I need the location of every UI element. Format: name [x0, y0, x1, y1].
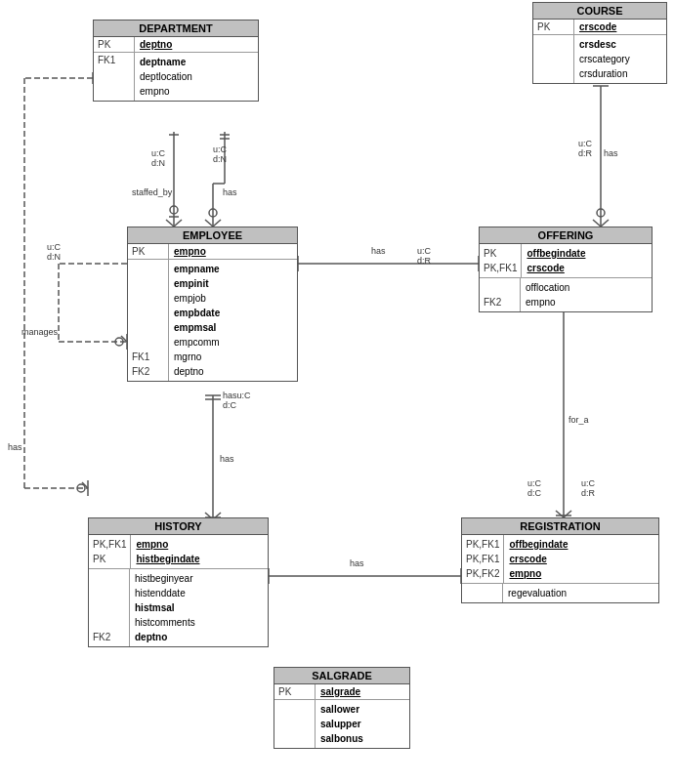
- history-attrs: histbeginyear histenddate histmsal histc…: [130, 569, 200, 646]
- svg-line-9: [205, 220, 213, 227]
- svg-point-51: [77, 484, 85, 492]
- off-fk2-label: FK2: [484, 295, 516, 309]
- dept-attr-empno: empno: [140, 84, 192, 99]
- salgrade-pk-label: PK: [274, 684, 316, 699]
- offering-attrs: offlocation empno: [521, 278, 574, 311]
- svg-point-45: [115, 338, 123, 346]
- salgrade-pk-attr: salgrade: [316, 684, 365, 699]
- hist-attr-histenddate: histenddate: [135, 586, 195, 600]
- reg-empty-label: [462, 584, 503, 602]
- employee-fk1c-label: [132, 291, 164, 306]
- card-off-reg-right: u:Cd:R: [581, 478, 595, 498]
- off-attr-empno: empno: [526, 295, 569, 309]
- offering-pk-attrs: offbegindate crscode: [522, 244, 590, 277]
- employee-entity: EMPLOYEE PK empno FK1 FK2 empname empini…: [127, 227, 298, 382]
- off-pk-label1: PK: [484, 246, 517, 261]
- sal-attr-salbonus: salbonus: [320, 731, 363, 746]
- employee-fk1f-label: [132, 335, 164, 350]
- svg-line-50: [82, 482, 88, 488]
- sal-attr-sallower: sallower: [320, 702, 363, 717]
- emp-attr-empname: empname: [174, 262, 220, 276]
- department-entity: DEPARTMENT PK deptno FK1 deptname deptlo…: [93, 20, 259, 102]
- salgrade-entity: SALGRADE PK salgrade sallower salupper s…: [274, 667, 410, 749]
- svg-point-38: [597, 209, 605, 217]
- hist-empty4: [93, 615, 125, 630]
- hist-attr-histbeginyear: histbeginyear: [135, 571, 195, 586]
- card-course-off: u:Cd:R: [578, 139, 592, 158]
- hist-empty3: [93, 600, 125, 615]
- hist-empty1: [93, 571, 125, 586]
- salgrade-pk-value: salgrade: [320, 686, 360, 697]
- employee-title: EMPLOYEE: [128, 227, 297, 244]
- course-empty-label: [533, 35, 574, 83]
- offering-pk-labels: PK PK,FK1: [480, 244, 522, 277]
- offering-fk-label: FK2: [480, 278, 521, 311]
- label-staffed-by: staffed_by: [132, 187, 172, 197]
- employee-fk1b-label: [132, 276, 164, 291]
- emp-attr-empcomm: empcomm: [174, 335, 220, 350]
- emp-attr-empbdate: empbdate: [174, 306, 220, 320]
- department-title: DEPARTMENT: [94, 21, 258, 37]
- history-entity: HISTORY PK,FK1 PK empno histbegindate FK…: [88, 517, 269, 647]
- svg-line-10: [213, 220, 221, 227]
- reg-pk-fk2-label: PK,FK2: [466, 566, 499, 581]
- card-emp-hist: hasu:Cd:C: [223, 391, 251, 410]
- course-pk-value: crscode: [579, 21, 616, 32]
- reg-pk-fk1-label1: PK,FK1: [466, 537, 499, 552]
- hist-attr-empno: empno: [136, 537, 199, 552]
- course-attr-crsduration: crsduration: [579, 66, 630, 81]
- emp-attr-empjob: empjob: [174, 291, 220, 306]
- course-pk-label: PK: [533, 20, 574, 34]
- salgrade-attrs: sallower salupper salbonus: [316, 700, 368, 748]
- history-pk-labels: PK,FK1 PK: [89, 535, 131, 568]
- svg-point-11: [209, 209, 217, 217]
- dept-attr-deptlocation: deptlocation: [140, 69, 192, 84]
- department-pk-label: PK: [94, 37, 135, 52]
- svg-line-31: [564, 511, 571, 517]
- course-pk-attr: crscode: [574, 20, 621, 34]
- reg-pk-attrs: offbegindate crscode empno: [504, 535, 572, 583]
- reg-attr-regevaluation: regevaluation: [508, 586, 567, 600]
- svg-line-2: [174, 220, 182, 227]
- hist-attr-histbegindate: histbegindate: [136, 552, 199, 566]
- employee-pk-label: PK: [128, 244, 169, 259]
- employee-pk-attr: empno: [169, 244, 211, 259]
- offering-entity: OFFERING PK PK,FK1 offbegindate crscode …: [479, 227, 653, 312]
- registration-title: REGISTRATION: [462, 518, 658, 535]
- course-entity: COURSE PK crscode crsdesc crscategory cr…: [532, 2, 667, 84]
- offering-title: OFFERING: [480, 227, 652, 244]
- hist-attr-deptno: deptno: [135, 630, 195, 644]
- label-manages: manages: [21, 327, 58, 337]
- reg-attr-empno: empno: [509, 566, 568, 581]
- off-attr-offlocation: offlocation: [526, 280, 569, 295]
- employee-fk1e-label: [132, 320, 164, 335]
- emp-attr-empmsal: empmsal: [174, 320, 220, 335]
- emp-attr-empinit: empinit: [174, 276, 220, 291]
- registration-entity: REGISTRATION PK,FK1 PK,FK1 PK,FK2 offbeg…: [461, 517, 659, 603]
- label-has-left: has: [8, 442, 22, 452]
- label-has-dept: has: [223, 187, 237, 197]
- hist-attr-histcomments: histcomments: [135, 615, 195, 630]
- history-title: HISTORY: [89, 518, 268, 535]
- hist-pk-label: PK: [93, 552, 126, 566]
- employee-fk-labels: FK1 FK2: [128, 260, 169, 381]
- svg-point-4: [170, 206, 178, 214]
- card-off-reg-left: u:Cd:C: [527, 478, 541, 498]
- department-pk-attr: deptno: [135, 37, 177, 52]
- card-emp-manages: u:Cd:N: [47, 242, 61, 262]
- label-has-offering: has: [371, 246, 386, 256]
- employee-fk1g-label: FK1: [132, 350, 164, 364]
- course-title: COURSE: [533, 3, 666, 20]
- hist-empty2: [93, 586, 125, 600]
- label-has-reg: has: [350, 558, 364, 568]
- svg-line-30: [556, 511, 564, 517]
- employee-fk1d-label: [132, 306, 164, 320]
- salgrade-title: SALGRADE: [274, 668, 409, 684]
- course-attr-crscategory: crscategory: [579, 52, 630, 66]
- course-attr-crsdesc: crsdesc: [579, 37, 630, 52]
- off-attr-offbegindate: offbegindate: [527, 246, 585, 261]
- off-pk-label2: PK,FK1: [484, 261, 517, 275]
- salgrade-empty-label: [274, 700, 316, 748]
- emp-attr-deptno: deptno: [174, 364, 220, 379]
- hist-fk2-label: FK2: [93, 630, 125, 644]
